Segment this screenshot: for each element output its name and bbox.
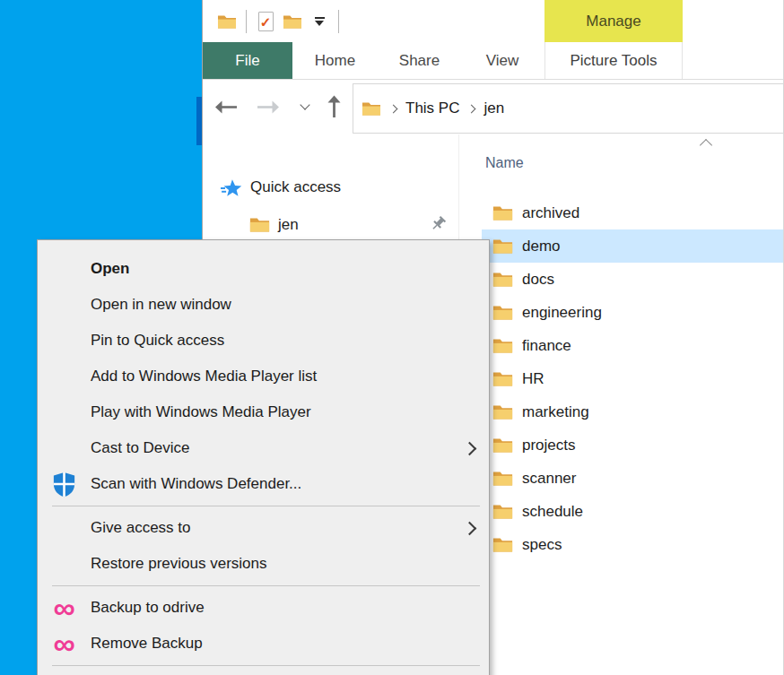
tab-share-label: Share bbox=[399, 52, 440, 70]
file-row-docs[interactable]: docs bbox=[482, 263, 783, 296]
tab-home[interactable]: Home bbox=[297, 42, 373, 79]
menu-item-add-to-wmp-list[interactable]: Add to Windows Media Player list bbox=[38, 359, 489, 394]
back-arrow-icon[interactable] bbox=[211, 92, 241, 121]
menu-item-pin-to-quick-access[interactable]: Pin to Quick access bbox=[38, 323, 489, 359]
folder-icon bbox=[492, 305, 513, 321]
menu-item-label: Open bbox=[91, 260, 489, 278]
sidebar-item-quick-access[interactable]: Quick access bbox=[221, 174, 341, 201]
menu-separator bbox=[52, 585, 480, 586]
sidebar-item-jen[interactable]: jen bbox=[249, 212, 299, 238]
odrive-infinity-icon: ∞ bbox=[53, 599, 74, 617]
quick-access-toolbar: ✓ bbox=[213, 8, 344, 35]
breadcrumb-jen[interactable]: jen bbox=[478, 100, 510, 117]
column-header-name[interactable]: Name bbox=[485, 155, 638, 171]
file-name: demo bbox=[522, 238, 561, 255]
file-name: scanner bbox=[522, 470, 576, 488]
file-name: engineering bbox=[522, 304, 602, 322]
tab-share[interactable]: Share bbox=[381, 42, 457, 79]
tab-home-label: Home bbox=[315, 52, 355, 70]
menu-separator bbox=[52, 506, 480, 506]
breadcrumb-chevron-icon[interactable] bbox=[467, 104, 476, 113]
manage-tab-label: Manage bbox=[586, 13, 640, 30]
folder-icon[interactable] bbox=[279, 8, 306, 35]
file-row-projects[interactable]: projects bbox=[482, 428, 783, 462]
tab-file[interactable]: File bbox=[203, 42, 292, 79]
folder-icon bbox=[492, 504, 513, 520]
folder-icon bbox=[492, 371, 513, 387]
tab-view[interactable]: View bbox=[465, 42, 540, 79]
file-name: specs bbox=[522, 536, 562, 554]
menu-item-remove-backup[interactable]: ∞ Remove Backup bbox=[38, 626, 489, 662]
toolbar-separator bbox=[338, 10, 339, 33]
folder-icon bbox=[492, 238, 513, 255]
submenu-arrow-icon bbox=[463, 521, 477, 535]
file-row-demo-selected[interactable]: demo bbox=[482, 229, 783, 263]
menu-separator bbox=[52, 665, 480, 666]
menu-item-play-with-wmp[interactable]: Play with Windows Media Player bbox=[38, 394, 489, 430]
menu-item-label: Restore previous versions bbox=[91, 555, 489, 573]
address-folder-icon bbox=[362, 101, 381, 117]
navigation-bar: This PC jen bbox=[203, 80, 783, 134]
tab-file-label: File bbox=[235, 52, 259, 70]
file-row-scanner[interactable]: scanner bbox=[482, 462, 783, 495]
menu-item-give-access-to[interactable]: Give access to bbox=[38, 510, 489, 546]
menu-item-cast-to-device[interactable]: Cast to Device bbox=[38, 430, 489, 466]
quick-access-label: Quick access bbox=[250, 178, 341, 196]
windows-defender-icon bbox=[50, 471, 78, 498]
folder-icon bbox=[492, 205, 513, 221]
folder-icon bbox=[492, 338, 513, 354]
breadcrumb-chevron-icon[interactable] bbox=[389, 104, 398, 113]
file-name: marketing bbox=[522, 403, 589, 421]
file-name: HR bbox=[522, 370, 544, 388]
menu-item-label: Backup to odrive bbox=[91, 599, 489, 617]
tab-view-label: View bbox=[486, 52, 519, 70]
file-list: archived demo docs engineering finance bbox=[482, 196, 783, 561]
manage-contextual-tab[interactable]: Manage bbox=[544, 0, 683, 42]
check-glyph: ✓ bbox=[260, 15, 272, 29]
menu-item-open[interactable]: Open bbox=[38, 251, 489, 287]
tab-picture-tools-label: Picture Tools bbox=[570, 52, 657, 70]
menu-item-label: Give access to bbox=[91, 519, 465, 537]
breadcrumb-this-pc[interactable]: This PC bbox=[400, 100, 465, 117]
menu-item-label: Pin to Quick access bbox=[91, 332, 489, 350]
dropdown-caret-icon[interactable] bbox=[306, 8, 333, 35]
file-name: finance bbox=[522, 337, 571, 355]
desktop: ✓ Manage bbox=[0, 0, 784, 675]
menu-item-scan-with-windows-defender[interactable]: Scan with Windows Defender... bbox=[38, 466, 489, 502]
recent-locations-chevron-icon[interactable] bbox=[290, 92, 320, 121]
address-bar[interactable]: This PC jen bbox=[353, 83, 784, 134]
menu-item-restore-previous-versions[interactable]: Restore previous versions bbox=[38, 546, 489, 582]
context-menu: Open Open in new window Pin to Quick acc… bbox=[37, 239, 490, 675]
menu-item-open-in-new-window[interactable]: Open in new window bbox=[38, 287, 489, 323]
file-row-finance[interactable]: finance bbox=[482, 329, 783, 362]
ribbon-tabs-row: File Home Share View Picture Tools bbox=[203, 42, 783, 80]
file-row-specs[interactable]: specs bbox=[482, 528, 783, 561]
file-name: projects bbox=[522, 437, 576, 454]
folder-icon bbox=[249, 217, 270, 233]
checked-document-icon[interactable]: ✓ bbox=[252, 8, 279, 35]
file-row-engineering[interactable]: engineering bbox=[482, 296, 783, 329]
file-name: archived bbox=[522, 204, 579, 222]
file-row-archived[interactable]: archived bbox=[482, 196, 783, 229]
menu-item-label: Scan with Windows Defender... bbox=[91, 475, 489, 493]
toolbar-separator bbox=[246, 10, 247, 33]
folder-icon bbox=[492, 404, 513, 420]
tab-picture-tools[interactable]: Picture Tools bbox=[544, 42, 683, 79]
menu-item-label: Remove Backup bbox=[91, 635, 489, 653]
folder-icon[interactable] bbox=[213, 8, 240, 35]
folder-icon bbox=[492, 471, 513, 487]
file-row-marketing[interactable]: marketing bbox=[482, 395, 783, 428]
title-bar: ✓ bbox=[203, 0, 783, 42]
file-name: docs bbox=[522, 271, 554, 289]
sort-ascending-icon bbox=[700, 139, 712, 151]
menu-item-backup-to-odrive[interactable]: ∞ Backup to odrive bbox=[38, 590, 489, 626]
folder-icon bbox=[492, 537, 513, 553]
folder-icon bbox=[492, 272, 513, 288]
menu-item-label: Add to Windows Media Player list bbox=[91, 368, 489, 385]
file-row-schedule[interactable]: schedule bbox=[482, 495, 783, 528]
folder-icon bbox=[492, 437, 513, 454]
submenu-arrow-icon bbox=[463, 441, 477, 455]
up-arrow-icon[interactable] bbox=[318, 92, 349, 121]
forward-arrow-icon[interactable] bbox=[253, 92, 283, 121]
file-row-hr[interactable]: HR bbox=[482, 362, 783, 395]
